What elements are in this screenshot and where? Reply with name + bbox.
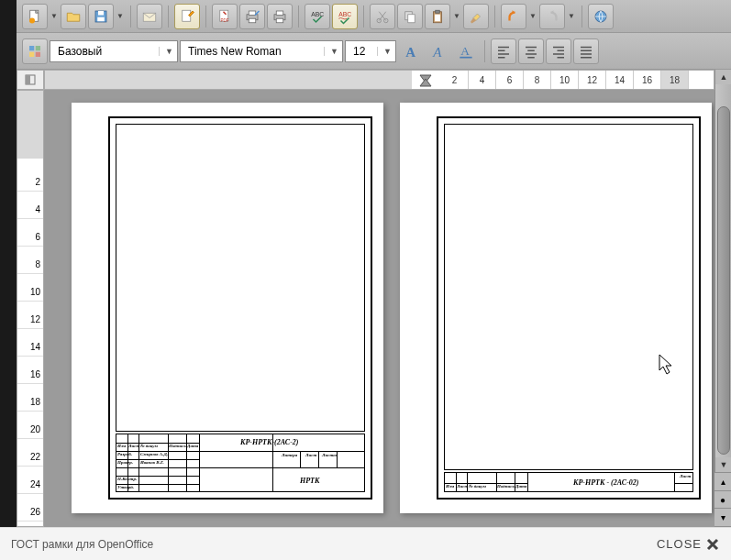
vruler-tick: 26 [17,503,43,522]
vruler-tick: 20 [17,421,43,439]
align-left-button[interactable] [491,38,516,64]
spellcheck-button[interactable]: ABC [305,4,330,29]
styles-dialog-button[interactable] [22,38,48,64]
indent-marker-icon[interactable] [418,73,433,88]
nav-target-button[interactable]: ● [714,491,731,510]
ruler-corner [17,70,44,90]
ruler-tick: 8 [524,71,551,89]
mail-button[interactable] [137,4,162,29]
font-name-dropdown[interactable]: ▼ [324,47,338,56]
vertical-scrollbar[interactable]: ▲ ▼ ▴ ● ▾ [714,70,731,527]
undo-button[interactable] [501,4,526,29]
vruler-tick: 6 [17,228,43,247]
tb-org: НРТК [300,477,319,485]
gost-title-block-main: Изм Лист № докум Подпись Дата Разраб. См… [116,434,365,492]
ruler-tick: 16 [634,71,661,89]
bold-button[interactable]: A [398,38,424,64]
document-canvas[interactable]: Изм Лист № докум Подпись Дата Разраб. См… [44,90,714,527]
vruler-tick: 24 [17,476,43,494]
svg-text:PDF: PDF [221,18,229,23]
vruler-tick: 12 [17,311,43,329]
tb-dev: Разраб. [117,452,132,456]
italic-button[interactable]: A [426,38,451,64]
save-dropdown[interactable]: ▼ [116,4,125,29]
tb-list2: Лист [305,453,316,457]
autospellcheck-button[interactable]: ABC [332,4,358,29]
scroll-thumb[interactable] [717,106,730,455]
tb-sign: Подпись [169,444,186,448]
vruler-tick: 18 [17,393,43,412]
paragraph-style-dropdown[interactable]: ▼ [159,47,173,56]
close-button[interactable]: CLOSE [657,537,720,552]
underline-button[interactable]: A [453,38,479,64]
scroll-up-arrow[interactable]: ▲ [715,70,731,84]
align-center-button[interactable] [518,38,544,64]
formatting-toolbar: Базовый ▼ Times New Roman ▼ 12 ▼ A A A [17,33,731,70]
undo-dropdown[interactable]: ▼ [528,4,537,29]
tb-doc-code: КР-НРТК-(2АС-2) [240,438,299,446]
font-name-value: Times New Roman [188,45,282,58]
prev-page-button[interactable]: ▴ [714,473,731,491]
save-button[interactable] [88,4,114,29]
tb-appr: Утверд. [117,485,134,489]
ruler-tick: 18 [661,71,689,89]
vruler-tick: 16 [17,366,43,384]
cut-button[interactable] [370,4,395,29]
print-preview-button[interactable] [239,4,265,29]
page-nav-buttons: ▴ ● ▾ [714,472,731,527]
caption-bar: ГОСТ рамки для OpenOffice CLOSE [0,527,731,560]
ruler-tick: 4 [469,71,496,89]
redo-dropdown[interactable]: ▼ [567,4,576,29]
gost-frame-outer-2: Изм Лист № докум Подпись Дата КР-НРТК - … [437,116,701,500]
tb-date: Дата [187,444,198,448]
ruler-tick: 10 [551,71,579,89]
export-pdf-button[interactable]: PDF [212,4,238,29]
align-justify-button[interactable] [573,38,599,64]
tb-check-name: Иванов В.Г. [140,460,164,465]
font-name-combo[interactable]: Times New Roman ▼ [180,40,343,62]
open-button[interactable] [61,4,86,29]
paragraph-style-combo[interactable]: Базовый ▼ [50,40,178,62]
svg-rect-20 [408,14,415,22]
edit-mode-button[interactable] [174,4,200,29]
vruler-tick: 10 [17,283,43,302]
close-icon [705,537,720,552]
svg-rect-11 [249,18,256,23]
vruler-tick: 2 [17,173,43,192]
tb-dev-name: Смирнов А.Д. [140,452,168,456]
close-label: CLOSE [657,537,702,551]
horizontal-ruler[interactable]: 2 4 6 8 10 12 14 16 18 [44,70,714,90]
tb-izm: Изм [117,444,126,448]
svg-rect-25 [29,46,34,50]
hyperlink-button[interactable] [588,4,614,29]
ruler-tick: 12 [579,71,606,89]
font-size-combo[interactable]: 12 ▼ [345,40,396,62]
background-strip [0,0,17,527]
font-size-dropdown[interactable]: ▼ [377,47,392,56]
redo-button[interactable] [539,4,565,29]
new-document-button[interactable] [22,4,48,29]
svg-rect-28 [36,51,40,56]
tb-litera: Литера [282,453,297,457]
tb-ncontr: Н.Контр. [117,477,137,481]
new-document-dropdown[interactable]: ▼ [50,4,59,29]
tb2-list-label: Лист [680,474,691,478]
next-page-button[interactable]: ▾ [714,509,731,527]
copy-button[interactable] [397,4,423,29]
print-button[interactable] [267,4,293,29]
vruler-tick: 8 [17,256,43,274]
tb2-list: Лист [457,484,468,489]
format-paintbrush-button[interactable] [463,4,489,29]
ruler-tick: 6 [496,71,524,89]
gost-frame-outer: Изм Лист № докум Подпись Дата Разраб. См… [108,116,372,500]
vruler-tick: 22 [17,448,43,467]
paragraph-style-value: Базовый [58,45,102,58]
svg-rect-22 [436,10,440,13]
scroll-down-arrow[interactable]: ▼ [715,457,731,472]
caption-text: ГОСТ рамки для OpenOffice [11,538,153,551]
align-right-button[interactable] [546,38,571,64]
paste-button[interactable] [425,4,450,29]
vruler-tick: 4 [17,201,43,219]
paste-dropdown[interactable]: ▼ [452,4,461,29]
vertical-ruler[interactable]: 2 4 6 8 10 12 14 16 18 20 22 24 26 [17,90,44,527]
